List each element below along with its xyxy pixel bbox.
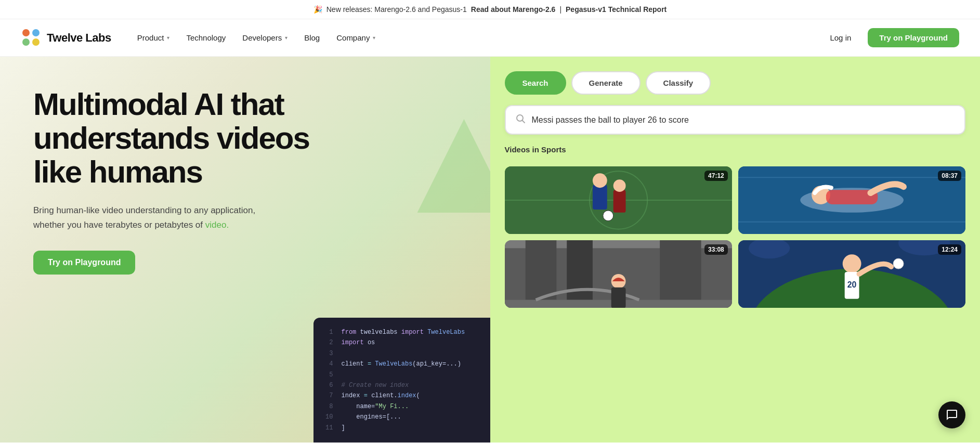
svg-point-8 (613, 179, 625, 192)
hero-left: Multimodal AI that understands videos li… (0, 57, 490, 442)
chevron-down-icon: ▾ (285, 35, 288, 41)
banner-divider: | (559, 5, 561, 14)
banner-text: New releases: Marengo-2.6 and Pegasus-1 (326, 5, 467, 14)
video-duration-4: 12:24 (938, 244, 961, 255)
logo-icon (21, 28, 42, 48)
video-overlay (738, 166, 965, 234)
nav-item-developers[interactable]: Developers ▾ (235, 29, 295, 46)
tab-classify[interactable]: Classify (646, 71, 711, 95)
nav-item-blog[interactable]: Blog (297, 29, 327, 46)
logo-circle-blue (32, 29, 40, 36)
code-line: 4 client = TwelveLabs(api_key=...) (324, 359, 480, 369)
hero-right: Search Generate Classify Videos in Sport… (490, 57, 981, 442)
code-line: 6 # Create new index (324, 380, 480, 390)
nav-item-product[interactable]: Product ▾ (130, 29, 177, 46)
demo-tabs: Search Generate Classify (505, 71, 966, 95)
navbar: Twelve Labs Product ▾ Technology Develop… (0, 19, 980, 57)
nav-item-company[interactable]: Company ▾ (329, 29, 383, 46)
code-line: 5 (324, 370, 480, 380)
video-duration-1: 47:12 (704, 171, 728, 181)
video-thumb-swim[interactable]: 08:37 (738, 166, 965, 234)
chat-button[interactable] (938, 401, 965, 428)
svg-rect-18 (525, 240, 556, 300)
navbar-left: Twelve Labs Product ▾ Technology Develop… (21, 28, 383, 48)
banner-emoji: 🎉 (313, 5, 322, 14)
svg-point-26 (842, 254, 861, 273)
logo-circle-yellow (32, 38, 40, 46)
logo-circles (22, 29, 40, 47)
video-thumb-soccer[interactable]: 47:12 (505, 166, 732, 234)
hero-section: Multimodal AI that understands videos li… (0, 57, 980, 442)
svg-rect-20 (660, 240, 701, 300)
svg-rect-5 (592, 185, 607, 210)
svg-rect-7 (613, 190, 625, 213)
video-overlay (505, 166, 732, 234)
svg-text:20: 20 (847, 280, 857, 289)
banner-link-marengo[interactable]: Read about Marengo-2.6 (471, 5, 556, 14)
code-line: 1 from twelvelabs import TwelveLabs (324, 327, 480, 337)
navbar-right: Log in Try on Playground (819, 28, 959, 47)
try-playground-button-hero[interactable]: Try on Playground (33, 251, 135, 275)
top-banner: 🎉 New releases: Marengo-2.6 and Pegasus-… (0, 0, 980, 19)
videos-label: Videos in Sports (505, 145, 966, 154)
video-thumb-skate[interactable]: 33:08 (505, 240, 732, 308)
code-line: 8 name="My Fi... (324, 401, 480, 412)
search-input[interactable] (532, 115, 956, 125)
nav-links: Product ▾ Technology Developers ▾ Blog C… (130, 29, 383, 46)
hero-content: Multimodal AI that understands videos li… (33, 88, 459, 275)
search-icon (515, 113, 526, 126)
code-line: 3 (324, 348, 480, 359)
tab-generate[interactable]: Generate (571, 71, 641, 95)
code-line: 7 index = client.index( (324, 390, 480, 401)
svg-point-9 (603, 211, 613, 221)
nav-item-technology[interactable]: Technology (179, 29, 233, 46)
demo-panel: Search Generate Classify Videos in Sport… (490, 57, 981, 442)
demo-search-box (505, 105, 966, 135)
video-duration-2: 08:37 (938, 171, 961, 181)
logo-text: Twelve Labs (47, 31, 111, 45)
videos-grid: 47:12 (505, 166, 966, 308)
hero-title: Multimodal AI that understands videos li… (33, 88, 459, 189)
logo-circle-orange (22, 29, 30, 36)
code-line: 11 ] (324, 423, 480, 433)
video-overlay (505, 240, 732, 308)
chevron-down-icon: ▾ (373, 35, 375, 41)
video-link[interactable]: video. (205, 220, 229, 230)
hero-subtitle: Bring human-like video understanding to … (33, 203, 283, 231)
svg-point-6 (592, 173, 607, 188)
banner-link-pegasus[interactable]: Pegasus-v1 Technical Report (566, 5, 667, 14)
video-duration-3: 33:08 (704, 244, 728, 255)
try-playground-button-nav[interactable]: Try on Playground (868, 28, 959, 47)
logo-circle-green (22, 38, 30, 46)
code-panel: 1 from twelvelabs import TwelveLabs 2 im… (313, 318, 490, 442)
code-line: 2 import os (324, 337, 480, 348)
tab-search[interactable]: Search (505, 71, 566, 95)
svg-rect-23 (611, 288, 625, 308)
logo[interactable]: Twelve Labs (21, 28, 111, 48)
chevron-down-icon: ▾ (167, 35, 169, 41)
login-button[interactable]: Log in (819, 28, 861, 47)
svg-point-29 (893, 258, 904, 269)
code-line: 10 engines=[... (324, 412, 480, 422)
svg-line-1 (522, 121, 525, 123)
video-overlay: 20 (738, 240, 965, 308)
video-thumb-baseball[interactable]: 20 12:24 (738, 240, 965, 308)
